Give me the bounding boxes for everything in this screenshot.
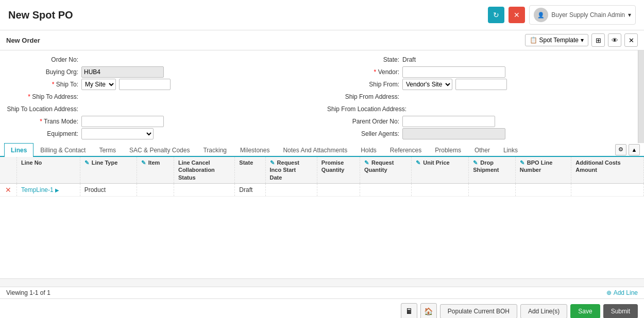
row-drop-shipment-cell <box>469 183 515 196</box>
user-menu[interactable]: 👤 Buyer Supply Chain Admin ▾ <box>529 5 636 25</box>
ship-to-row: Ship To: My Site <box>6 78 317 91</box>
tab-links[interactable]: Links <box>497 143 524 157</box>
row-arrow-icon: ▶ <box>55 187 59 193</box>
vendor-input[interactable] <box>402 66 505 78</box>
tab-notes[interactable]: Notes And Attachments <box>276 143 354 157</box>
horizontal-scrollbar[interactable] <box>0 278 644 287</box>
state-label: State: <box>327 56 399 63</box>
tabs-bar: Lines Billing & Contact Terms SAC & Pena… <box>0 143 644 157</box>
form-area: Order No: Buying Org: Ship To: My Site <box>0 50 644 143</box>
tab-sac[interactable]: SAC & Penalty Codes <box>123 143 196 157</box>
seller-agents-label: Seller Agents: <box>327 130 399 137</box>
spot-template-button[interactable]: 📋 Spot Template ▾ <box>525 34 589 46</box>
tab-expand-button[interactable]: ▲ <box>629 144 640 155</box>
ship-from-location-label: Ship From Location Address: <box>327 105 406 113</box>
tab-milestones[interactable]: Milestones <box>233 143 276 157</box>
tab-references[interactable]: References <box>383 143 428 157</box>
ship-to-label: Ship To: <box>6 81 78 88</box>
seller-agents-row: Seller Agents: <box>327 128 638 140</box>
section-title: New Order <box>6 37 40 44</box>
tab-problems[interactable]: Problems <box>428 143 468 157</box>
tab-other[interactable]: Other <box>468 143 497 157</box>
app-header: New Spot PO ↻ ✕ 👤 Buyer Supply Chain Adm… <box>0 0 644 30</box>
submit-button[interactable]: Submit <box>603 304 638 318</box>
buying-org-input[interactable] <box>81 66 164 78</box>
save-button[interactable]: Save <box>570 304 600 318</box>
ship-from-label: Ship From: <box>327 81 399 88</box>
line-no-link[interactable]: TempLine-1 <box>21 186 54 193</box>
action-bar: 🖩 🏠 Populate Current BOH Add Line(s) Sav… <box>0 298 644 318</box>
row-bpo-line-cell <box>515 183 571 196</box>
add-lines-button[interactable]: Add Line(s) <box>520 304 567 318</box>
edit-icon: ✎ <box>473 160 478 166</box>
ship-to-location-row: Ship To Location Address: <box>6 103 317 115</box>
row-request-qty-cell <box>360 183 411 196</box>
edit-icon: ✎ <box>270 160 275 166</box>
footer-status: Viewing 1-1 of 1 ⊕ Add Line <box>0 287 644 298</box>
equipment-label: Equipment: <box>6 130 78 137</box>
vendor-label: Vendor: <box>327 68 399 76</box>
parent-order-input[interactable] <box>402 116 495 127</box>
add-line-label: Add Line <box>614 289 638 296</box>
trans-mode-input[interactable] <box>81 116 164 127</box>
parent-order-row: Parent Order No: <box>327 115 638 128</box>
row-state-cell: Draft <box>235 183 265 196</box>
document-icon: 📋 <box>530 37 537 44</box>
col-additional-costs: Additional CostsAmount <box>571 157 644 183</box>
parent-order-label: Parent Order No: <box>327 118 399 125</box>
row-cancel-collab-cell <box>174 183 234 196</box>
tab-holds[interactable]: Holds <box>354 143 383 157</box>
populate-boh-button[interactable]: Populate Current BOH <box>440 304 517 318</box>
tab-settings-button[interactable]: ⚙ <box>615 144 626 155</box>
col-item: ✎ Item <box>137 157 174 183</box>
trans-mode-row: Trans Mode: <box>6 115 317 128</box>
toolbar-right: 📋 Spot Template ▾ ⊞ 👁 ✕ <box>525 33 638 47</box>
trans-mode-label: Trans Mode: <box>6 118 78 125</box>
delete-row-button[interactable]: ✕ <box>4 186 12 194</box>
refresh-button[interactable]: ↻ <box>488 7 504 23</box>
eye-button[interactable]: 👁 <box>608 33 621 47</box>
ship-to-address-label: * Ship To Address: <box>6 93 78 100</box>
grid-settings-button[interactable]: ⊞ <box>591 33 605 47</box>
ship-to-select[interactable]: My Site <box>81 79 116 90</box>
page-title: New Spot PO <box>8 9 73 21</box>
lines-table: Line No ✎ Line Type ✎ Item Line CancelCo… <box>0 157 644 197</box>
form-scrollbar[interactable] <box>638 50 644 143</box>
settings-icon: ⚙ <box>618 146 623 153</box>
ship-from-select[interactable]: Vendor's Site <box>402 79 452 90</box>
tab-billing[interactable]: Billing & Contact <box>33 143 92 157</box>
col-promise-qty: PromiseQuantity <box>317 157 360 183</box>
grid-icon: ⊞ <box>596 37 601 44</box>
row-delete-cell: ✕ <box>0 183 17 196</box>
row-line-type-cell: Product <box>80 183 137 196</box>
state-row: State: Draft <box>327 54 638 66</box>
ship-from-address-row: Ship From Address: <box>327 91 638 103</box>
line-type-value: Product <box>84 186 106 193</box>
ship-from-address-label: Ship From Address: <box>327 93 399 100</box>
add-line-link[interactable]: ⊕ Add Line <box>606 289 638 296</box>
tab-lines[interactable]: Lines <box>4 143 33 157</box>
col-line-no: Line No <box>17 157 80 183</box>
ship-from-input[interactable] <box>455 79 507 90</box>
toolbar-close-button[interactable]: ✕ <box>624 33 638 47</box>
avatar: 👤 <box>534 8 548 22</box>
equipment-select[interactable] <box>81 128 154 139</box>
calculator-button[interactable]: 🖩 <box>401 303 417 318</box>
tab-tracking[interactable]: Tracking <box>196 143 233 157</box>
user-label: Buyer Supply Chain Admin <box>551 11 625 19</box>
close-button[interactable]: ✕ <box>509 7 525 23</box>
col-delete <box>0 157 17 183</box>
edit-icon: ✎ <box>364 160 369 166</box>
viewing-label: Viewing 1-1 of 1 <box>6 289 50 296</box>
plus-icon: ⊕ <box>606 289 612 296</box>
expand-icon: ▲ <box>632 147 637 153</box>
home-button[interactable]: 🏠 <box>420 303 437 318</box>
col-line-type: ✎ Line Type <box>80 157 137 183</box>
col-drop-shipment: ✎ DropShipment <box>469 157 515 183</box>
edit-icon: ✎ <box>416 160 420 166</box>
seller-agents-input[interactable] <box>402 128 505 139</box>
ship-from-row: Ship From: Vendor's Site <box>327 78 638 91</box>
ship-to-input[interactable] <box>119 79 171 90</box>
tab-terms[interactable]: Terms <box>92 143 123 157</box>
row-line-no-cell: TempLine-1 ▶ <box>17 183 80 196</box>
